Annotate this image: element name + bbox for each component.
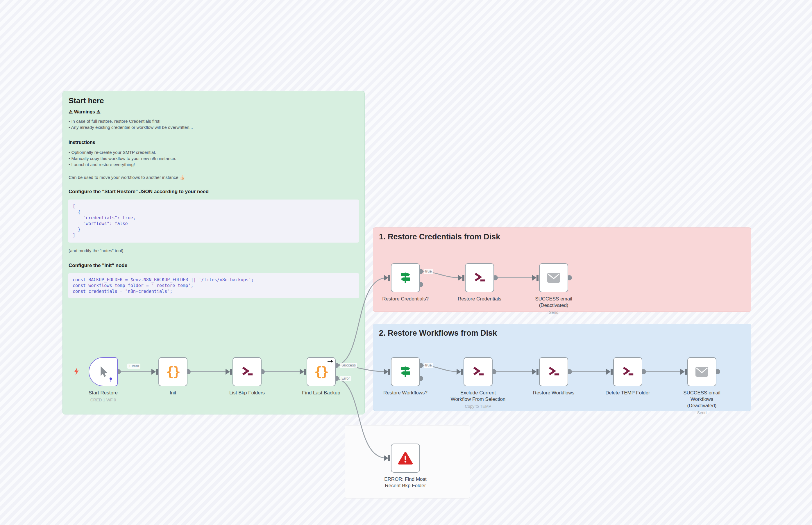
- input-connector: [152, 369, 158, 375]
- terminal-icon: [240, 365, 254, 378]
- email-icon: [695, 366, 709, 377]
- terminal-icon: [471, 365, 485, 378]
- input-connector: [225, 369, 232, 375]
- success-output-label: Success: [340, 363, 357, 368]
- input-connector: [532, 369, 538, 375]
- node-success-email[interactable]: [539, 263, 568, 292]
- node-success-email-workflows[interactable]: [687, 357, 716, 386]
- node-start-restore[interactable]: [89, 357, 118, 386]
- node-exclude-current-workflow[interactable]: [464, 357, 493, 386]
- input-connector: [384, 455, 390, 461]
- error-triangle-icon: [398, 451, 413, 465]
- execute-once-arrow-icon: [327, 359, 333, 363]
- items-count-label: 1 item: [127, 363, 140, 369]
- input-connector: [384, 275, 390, 281]
- input-connector: [606, 369, 613, 375]
- error-output-label: Error: [340, 376, 352, 381]
- input-connector: [680, 369, 687, 375]
- if-signpost-icon: [399, 271, 412, 285]
- input-connector: [456, 369, 463, 375]
- input-connector: [532, 275, 538, 281]
- node-find-last-backup[interactable]: {}: [307, 357, 336, 386]
- true-output-label: true: [424, 269, 433, 274]
- terminal-icon: [547, 365, 560, 378]
- input-connector: [458, 275, 465, 281]
- node-restore-credentials-q[interactable]: [391, 263, 420, 292]
- terminal-icon: [473, 271, 486, 284]
- node-label-success-email-workflows: SUCCESS email Workflows (Deactivated) Se…: [655, 390, 748, 415]
- node-restore-credentials[interactable]: [465, 263, 494, 292]
- pin-icon: [108, 377, 114, 383]
- input-connector: [384, 369, 390, 375]
- code-icon: {}: [314, 365, 328, 378]
- code-icon: {}: [166, 365, 180, 378]
- if-signpost-icon: [399, 365, 412, 379]
- manual-execution-zap-icon: [72, 367, 81, 376]
- node-init[interactable]: {}: [158, 357, 187, 386]
- cursor-icon: [96, 365, 110, 378]
- input-connector: [300, 369, 306, 375]
- node-delete-temp-folder[interactable]: [613, 357, 642, 386]
- email-icon: [547, 272, 561, 283]
- terminal-icon: [621, 365, 635, 378]
- node-label-error-find-most-recent: ERROR: Find Most Recent Bkp Folder: [359, 476, 452, 489]
- node-label-success-email: SUCCESS email (Deactivated) Send: [507, 296, 600, 315]
- node-list-bkp-folders[interactable]: [233, 357, 262, 386]
- node-error-find-most-recent[interactable]: [391, 444, 420, 472]
- node-restore-workflows-q[interactable]: [391, 357, 420, 386]
- n8n-workflow-canvas: { "app": { "view": "n8n workflow canvas"…: [0, 0, 812, 525]
- true-output-label: true: [424, 363, 433, 368]
- node-restore-workflows[interactable]: [539, 357, 568, 386]
- connection-success-to-restore-credentials-q[interactable]: [336, 278, 387, 365]
- node-label-find-last-backup: Find Last Backup: [275, 390, 368, 396]
